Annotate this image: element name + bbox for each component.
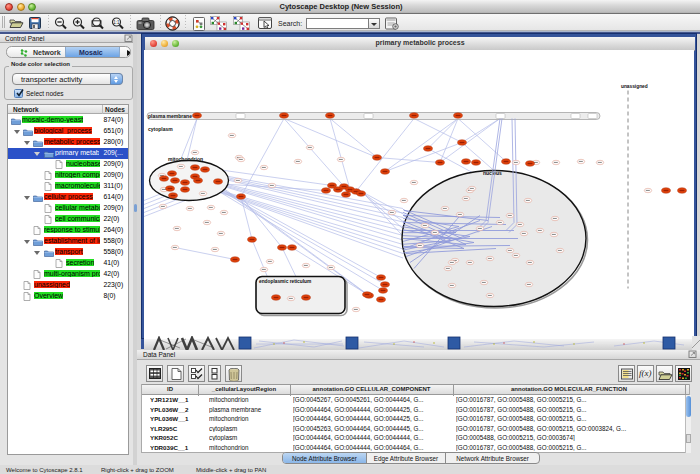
svg-text:plasma membrane: plasma membrane xyxy=(148,113,192,119)
svg-text:mitochondrion: mitochondrion xyxy=(168,156,203,162)
svg-text:cytoplasm: cytoplasm xyxy=(148,126,173,132)
svg-text:unassigned: unassigned xyxy=(621,84,648,89)
svg-text:endoplasmic reticulum: endoplasmic reticulum xyxy=(259,279,311,284)
svg-text:1:1: 1:1 xyxy=(113,20,120,25)
